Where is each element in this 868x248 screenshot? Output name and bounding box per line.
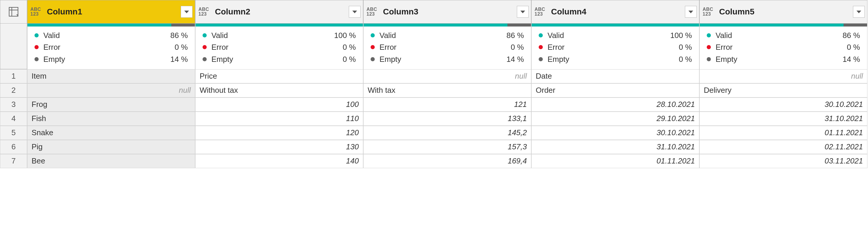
quality-error-label: Error — [548, 41, 565, 53]
type-num-label: 123 — [367, 12, 375, 16]
valid-dot-icon — [371, 33, 375, 37]
row-number[interactable]: 3 — [0, 98, 27, 112]
row-number[interactable]: 4 — [0, 112, 27, 126]
quality-error-row: Error0 % — [539, 41, 692, 53]
chevron-down-icon — [856, 10, 862, 13]
data-cell[interactable]: 30.10.2021 — [700, 98, 867, 112]
type-abc-label: ABC — [30, 7, 41, 12]
data-cell[interactable]: Order — [531, 83, 700, 98]
type-abc123-icon[interactable]: ABC123 — [367, 7, 381, 16]
data-cell[interactable]: Delivery — [700, 83, 867, 98]
type-abc123-icon[interactable]: ABC123 — [198, 7, 213, 16]
column-filter-button[interactable] — [853, 6, 865, 18]
column-header[interactable]: ABC123Column5 — [700, 0, 867, 24]
valid-dot-icon — [707, 33, 711, 37]
row-number[interactable]: 6 — [0, 140, 27, 154]
data-cell[interactable]: Bee — [27, 154, 195, 168]
valid-dot-icon — [539, 33, 543, 37]
data-cell[interactable]: Fish — [27, 112, 195, 126]
data-cell[interactable]: 31.10.2021 — [531, 140, 700, 154]
data-cell[interactable]: Date — [531, 69, 700, 83]
data-cell[interactable]: Snake — [27, 126, 195, 140]
data-cell[interactable]: Without tax — [195, 83, 363, 98]
type-abc123-icon[interactable]: ABC123 — [534, 7, 549, 16]
quality-stats: Valid86 %Error0 %Empty14 % — [27, 27, 195, 69]
data-cell[interactable]: 140 — [195, 154, 363, 168]
quality-error-label: Error — [716, 41, 733, 53]
quality-stats: Valid100 %Error0 %Empty0 % — [532, 27, 699, 69]
data-cell[interactable]: 145,2 — [363, 126, 531, 140]
data-cell[interactable]: null — [700, 69, 867, 83]
column-header[interactable]: ABC123Column4 — [531, 0, 700, 24]
data-cell[interactable]: 31.10.2021 — [700, 112, 867, 126]
data-cell[interactable]: With tax — [363, 83, 531, 98]
column-filter-button[interactable] — [517, 6, 529, 18]
type-abc123-icon[interactable]: ABC123 — [703, 7, 717, 16]
error-dot-icon — [707, 45, 711, 49]
quality-valid-row: Valid86 % — [34, 30, 188, 41]
column-name-label: Column1 — [44, 7, 181, 16]
data-cell[interactable]: 28.10.2021 — [531, 98, 700, 112]
quality-error-value: 0 % — [511, 41, 524, 53]
column-filter-button[interactable] — [181, 6, 192, 18]
quality-valid-value: 86 % — [843, 30, 860, 41]
svg-marker-7 — [688, 11, 693, 13]
quality-error-row: Error0 % — [203, 41, 356, 53]
data-cell[interactable]: 100 — [195, 98, 363, 112]
column-quality-cell: Valid86 %Error0 %Empty14 % — [27, 24, 195, 69]
data-cell[interactable]: 133,1 — [363, 112, 531, 126]
data-cell[interactable]: 121 — [363, 98, 531, 112]
quality-stats: Valid86 %Error0 %Empty14 % — [700, 27, 867, 69]
data-cell[interactable]: 01.11.2021 — [700, 126, 867, 140]
row-number[interactable]: 1 — [0, 69, 27, 83]
data-cell[interactable]: Frog — [27, 98, 195, 112]
quality-bar-valid — [700, 24, 843, 27]
data-cell[interactable]: 120 — [195, 126, 363, 140]
column-name-label: Column4 — [549, 7, 685, 16]
quality-bar-valid — [532, 24, 699, 27]
chevron-down-icon — [520, 10, 525, 13]
column-filter-button[interactable] — [685, 6, 697, 18]
data-cell[interactable]: 29.10.2021 — [531, 112, 700, 126]
column-filter-button[interactable] — [349, 6, 361, 18]
empty-dot-icon — [34, 57, 39, 61]
data-cell[interactable]: 157,3 — [363, 140, 531, 154]
valid-dot-icon — [34, 33, 39, 37]
row-number[interactable]: 2 — [0, 83, 27, 98]
column-header[interactable]: ABC123Column2 — [195, 0, 363, 24]
quality-valid-value: 86 % — [506, 30, 524, 41]
chevron-down-icon — [688, 10, 693, 13]
data-cell[interactable]: 01.11.2021 — [531, 154, 700, 168]
data-cell[interactable]: 03.11.2021 — [700, 154, 867, 168]
data-cell[interactable]: Pig — [27, 140, 195, 154]
quality-bar — [195, 24, 363, 27]
data-cell[interactable]: 30.10.2021 — [531, 126, 700, 140]
type-num-label: 123 — [703, 12, 711, 16]
data-cell[interactable]: 169,4 — [363, 154, 531, 168]
data-cell[interactable]: Item — [27, 69, 195, 83]
quality-valid-label: Valid — [716, 30, 732, 41]
column-name-label: Column5 — [717, 7, 853, 16]
table-corner-button[interactable] — [0, 0, 27, 24]
error-dot-icon — [371, 45, 375, 49]
quality-error-value: 0 % — [175, 41, 188, 53]
quality-bar-empty — [507, 24, 531, 27]
chevron-down-icon — [184, 10, 189, 13]
quality-valid-row: Valid100 % — [539, 30, 692, 41]
data-cell[interactable]: Price — [195, 69, 363, 83]
data-cell[interactable]: 130 — [195, 140, 363, 154]
data-cell[interactable]: null — [363, 69, 531, 83]
row-number[interactable]: 7 — [0, 154, 27, 168]
column-header[interactable]: ABC123Column1 — [27, 0, 195, 24]
data-cell[interactable]: 110 — [195, 112, 363, 126]
type-abc123-icon[interactable]: ABC123 — [30, 7, 44, 16]
quality-valid-row: Valid86 % — [707, 30, 860, 41]
empty-dot-icon — [203, 57, 207, 61]
valid-dot-icon — [203, 33, 207, 37]
data-cell[interactable]: 02.11.2021 — [700, 140, 867, 154]
empty-dot-icon — [371, 57, 375, 61]
data-cell[interactable]: null — [27, 83, 195, 98]
row-number[interactable]: 5 — [0, 126, 27, 140]
column-header[interactable]: ABC123Column3 — [363, 0, 531, 24]
quality-valid-value: 100 % — [334, 30, 356, 41]
